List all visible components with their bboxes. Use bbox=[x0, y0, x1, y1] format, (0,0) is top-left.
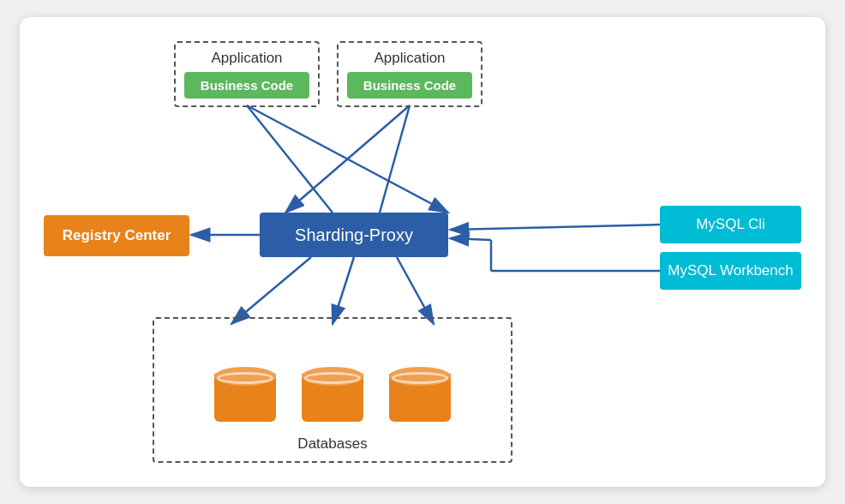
database-cylinder-1 bbox=[214, 360, 276, 422]
app-box-1: Application Business Code bbox=[174, 41, 320, 107]
registry-center-label: Registry Center bbox=[63, 227, 171, 244]
diagram: Application Business Code Application Bu… bbox=[20, 17, 825, 487]
mysql-workbench: MySQL Workbench bbox=[660, 252, 801, 290]
main-card: Application Business Code Application Bu… bbox=[20, 17, 825, 487]
business-code-2: Business Code bbox=[347, 72, 472, 99]
mysql-cli-label: MySQL Cli bbox=[696, 216, 765, 233]
database-cylinder-2 bbox=[302, 360, 363, 422]
svg-line-2 bbox=[247, 105, 448, 213]
database-cylinder-3 bbox=[389, 360, 451, 422]
registry-center: Registry Center bbox=[44, 215, 189, 256]
app-label-2: Application bbox=[347, 50, 472, 67]
svg-line-4 bbox=[380, 105, 410, 213]
svg-line-11 bbox=[231, 257, 311, 324]
svg-line-12 bbox=[333, 257, 354, 324]
svg-line-3 bbox=[285, 105, 410, 213]
sharding-proxy-label: Sharding-Proxy bbox=[295, 225, 413, 245]
svg-line-7 bbox=[450, 225, 660, 230]
databases-box: Databases bbox=[153, 317, 512, 463]
databases-label: Databases bbox=[297, 435, 367, 453]
sharding-proxy: Sharding-Proxy bbox=[260, 213, 448, 257]
svg-line-5 bbox=[247, 105, 333, 213]
cylinders-container bbox=[214, 360, 451, 422]
business-code-1: Business Code bbox=[184, 72, 309, 99]
mysql-workbench-label: MySQL Workbench bbox=[668, 262, 793, 279]
app-box-2: Application Business Code bbox=[337, 41, 482, 107]
svg-line-10 bbox=[450, 238, 491, 240]
mysql-cli: MySQL Cli bbox=[660, 206, 801, 243]
app-label-1: Application bbox=[184, 50, 309, 67]
svg-line-13 bbox=[397, 257, 434, 324]
